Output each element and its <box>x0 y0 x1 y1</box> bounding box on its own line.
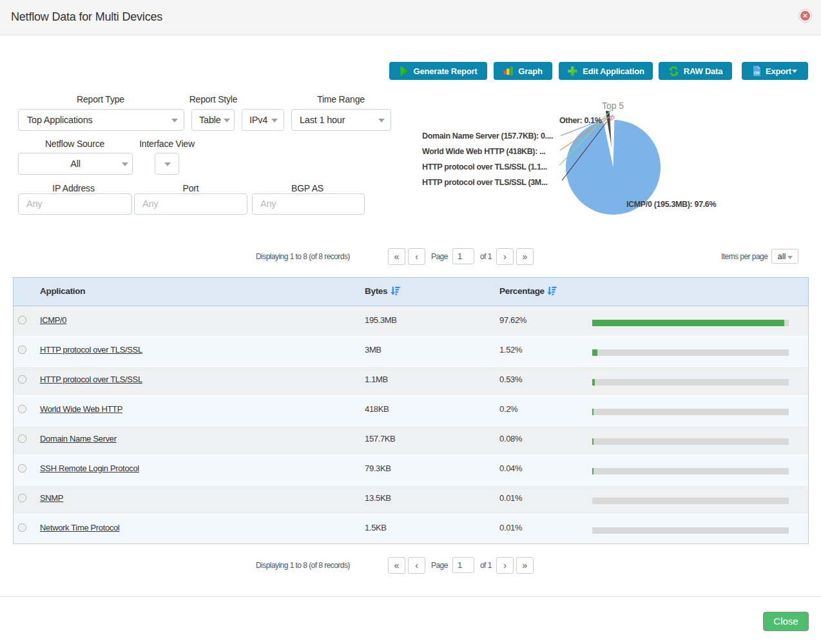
svg-text:CSV: CSV <box>754 72 760 75</box>
svg-text:Top 5: Top 5 <box>602 101 624 111</box>
